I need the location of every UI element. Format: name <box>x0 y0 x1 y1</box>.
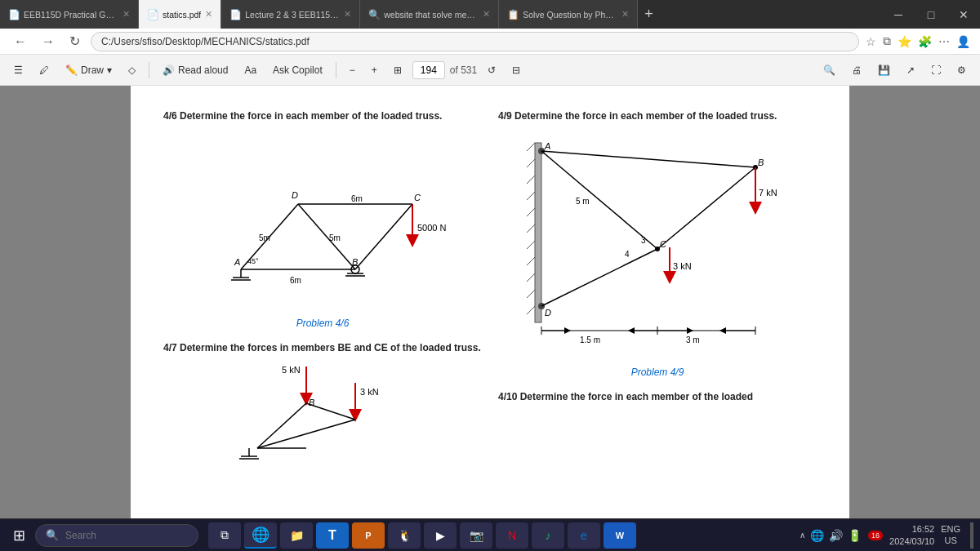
toolbar-separator-1 <box>149 62 149 78</box>
taskbar-app-instagram[interactable]: 📷 <box>460 522 492 549</box>
svg-text:6m: 6m <box>351 194 363 203</box>
svg-text:5 kN: 5 kN <box>282 365 301 375</box>
address-input[interactable] <box>91 32 859 51</box>
tab-eeb115d[interactable]: 📄 EEB115D Practical Guide-2 ✕ <box>0 0 139 29</box>
volume-icon[interactable]: 🔊 <box>829 529 843 542</box>
address-bar: ← → ↻ ☆ ⧉ ⭐ 🧩 ⋯ 👤 <box>0 29 980 55</box>
svg-line-45 <box>527 306 535 314</box>
rotate-button[interactable]: ↺ <box>482 62 501 78</box>
svg-line-41 <box>527 241 535 249</box>
favorites-icon[interactable]: ⭐ <box>898 35 911 48</box>
svg-text:6m: 6m <box>290 276 301 285</box>
close-window-button[interactable]: ✕ <box>947 0 980 29</box>
svg-line-56 <box>541 249 657 306</box>
search-pdf-button[interactable]: 🔍 <box>817 62 841 78</box>
more-options-button[interactable]: ⚙ <box>951 62 972 78</box>
system-clock[interactable]: 16:52 2024/03/10 <box>889 523 934 547</box>
search-input[interactable] <box>65 530 180 541</box>
print-button[interactable]: 🖨 <box>846 62 867 78</box>
taskbar-app-word[interactable]: W <box>604 522 636 549</box>
taskbar-search-box[interactable]: 🔍 <box>35 524 198 547</box>
view-mode-button[interactable]: ⊟ <box>506 62 526 78</box>
page-number-input[interactable] <box>412 61 445 79</box>
fullscreen-button[interactable]: ⛶ <box>925 62 947 78</box>
back-button[interactable]: ← <box>10 33 31 51</box>
taskbar-app-t[interactable]: T <box>316 522 349 549</box>
aa-button[interactable]: Aa <box>238 62 262 78</box>
svg-line-38 <box>527 192 535 200</box>
svg-text:3: 3 <box>641 236 646 245</box>
read-aloud-label: Read aloud <box>178 64 228 76</box>
system-tray: ∧ 🌐 🔊 🔋 <box>800 529 862 542</box>
taskbar-app-edge2[interactable]: e <box>568 522 600 549</box>
draw-button[interactable]: ✏️ Draw ▾ <box>60 62 118 78</box>
taskbar-app-widgets[interactable]: ⧉ <box>208 522 241 549</box>
right-column: 4/9 Determine the force in each member o… <box>498 110 817 494</box>
taskbar-app-netflix[interactable]: N <box>496 522 528 549</box>
svg-text:A: A <box>234 257 240 267</box>
zoom-in-button[interactable]: + <box>366 62 383 78</box>
fit-page-button[interactable]: ⊞ <box>388 62 408 78</box>
svg-line-28 <box>306 403 355 420</box>
tab-close-website[interactable]: ✕ <box>483 9 490 20</box>
tab-close-eeb[interactable]: ✕ <box>122 9 130 20</box>
svg-line-54 <box>541 151 755 167</box>
tab-solve[interactable]: 📋 Solve Question by Photo C ✕ <box>499 0 638 29</box>
new-tab-button[interactable]: + <box>638 0 660 29</box>
share-button[interactable]: ↗ <box>901 62 920 78</box>
show-desktop-button[interactable] <box>970 522 973 549</box>
tab-website[interactable]: 🔍 website that solve mecha ✕ <box>360 0 499 29</box>
tray-up-icon[interactable]: ∧ <box>800 531 805 540</box>
address-icons: ☆ ⧉ ⭐ 🧩 ⋯ 👤 <box>866 34 970 48</box>
forward-button[interactable]: → <box>38 33 59 51</box>
tab-lecture[interactable]: 📄 Lecture 2 & 3 EEB115D Se ✕ <box>221 0 360 29</box>
svg-text:3 kN: 3 kN <box>673 261 692 271</box>
taskbar-app-spotify[interactable]: ♪ <box>532 522 564 549</box>
refresh-button[interactable]: ↻ <box>65 32 84 51</box>
taskbar-app-file[interactable]: 📁 <box>280 522 313 549</box>
maximize-button[interactable]: □ <box>915 0 947 29</box>
minimize-button[interactable]: ─ <box>882 0 915 29</box>
erase-button[interactable]: ◇ <box>122 62 141 78</box>
extensions-icon[interactable]: 🧩 <box>918 35 932 48</box>
tab-favicon-solve: 📋 <box>507 9 519 20</box>
svg-text:7 kN: 7 kN <box>759 188 777 198</box>
problem-46-label: Problem 4/6 <box>163 318 482 329</box>
page-total: of 531 <box>450 64 477 76</box>
settings-icon[interactable]: ⋯ <box>938 35 950 48</box>
zoom-out-button[interactable]: − <box>344 62 361 78</box>
profile-icon[interactable]: 👤 <box>956 35 970 48</box>
tab-options-icon[interactable]: ⧉ <box>883 34 891 48</box>
tab-close-solve[interactable]: ✕ <box>621 9 629 20</box>
tab-label-statics: statics.pdf <box>163 10 201 20</box>
network-icon[interactable]: 🌐 <box>810 529 824 542</box>
svg-text:D: D <box>545 308 551 318</box>
speaker-icon: 🔊 <box>163 64 175 76</box>
tab-favicon-lecture: 📄 <box>229 9 241 20</box>
search-icon: 🔍 <box>46 529 59 541</box>
taskbar-app-ppt[interactable]: P <box>352 522 385 549</box>
tab-close-lecture[interactable]: ✕ <box>344 9 351 20</box>
tab-label-solve: Solve Question by Photo C <box>523 10 617 20</box>
ask-copilot-button[interactable]: Ask Copilot <box>267 62 328 78</box>
bookmark-icon[interactable]: ☆ <box>866 35 876 48</box>
svg-text:1.5 m: 1.5 m <box>580 335 600 344</box>
svg-line-42 <box>527 257 535 265</box>
draw-chevron: ▾ <box>107 64 112 76</box>
menu-button[interactable]: ☰ <box>8 62 29 78</box>
pdf-page: 4/6 Determine the force in each member o… <box>131 86 849 518</box>
read-aloud-button[interactable]: 🔊 Read aloud <box>157 62 234 78</box>
taskbar-app-edge[interactable]: 🌐 <box>244 522 277 549</box>
problem-46-diagram: A B D C 45° 5m 5m 6m 6m 5000 N <box>163 127 482 314</box>
tab-close-statics[interactable]: ✕ <box>205 9 212 20</box>
save-button[interactable]: 💾 <box>872 62 896 78</box>
taskbar-app-media[interactable]: ▶ <box>424 522 457 549</box>
tab-statics[interactable]: 📄 statics.pdf ✕ <box>139 0 221 29</box>
browser-tab-strip: 📄 EEB115D Practical Guide-2 ✕ 📄 statics.… <box>0 0 980 29</box>
problem-46-section: 4/6 Determine the force in each member o… <box>163 110 482 329</box>
highlight-button[interactable]: 🖊 <box>33 62 55 78</box>
battery-icon[interactable]: 🔋 <box>848 529 862 542</box>
start-button[interactable]: ⊞ <box>7 523 32 548</box>
taskbar-app-linux[interactable]: 🐧 <box>388 522 421 549</box>
svg-rect-34 <box>535 143 541 322</box>
